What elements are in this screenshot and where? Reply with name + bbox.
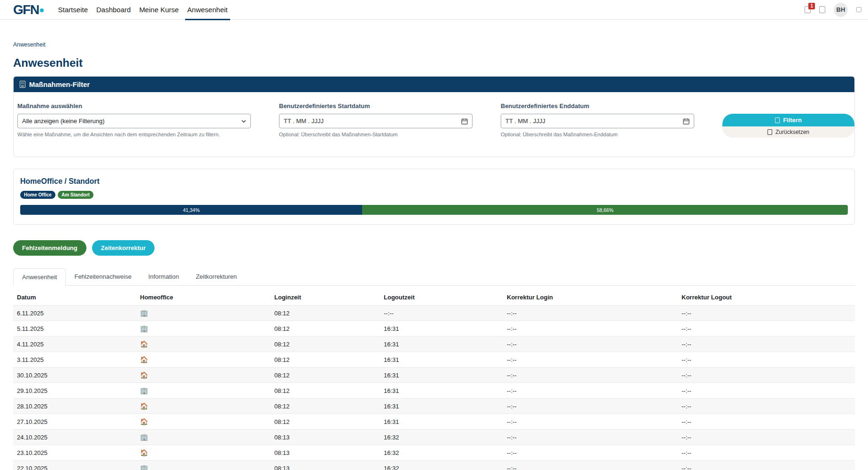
page-content: Anwesenheit Anwesenheit F0B0 Maßnahmen-F… [0, 41, 868, 470]
progress-home-percent: 41,34% [183, 207, 200, 213]
page-title: Anwesenheit [13, 56, 855, 70]
date-cell: 28.10.2025 [13, 399, 136, 414]
korrektur-logout-cell: --:-- [678, 306, 855, 321]
homeoffice-cell: 🏢 [136, 430, 271, 445]
column-header-loginzeit: Loginzeit [271, 290, 380, 306]
start-date-input[interactable] [279, 118, 461, 125]
notifications-button[interactable]: 1 [805, 6, 811, 13]
filter-card-body: Maßnahme auswählen Alle anzeigen (keine … [14, 92, 854, 157]
logoutzeit-cell: 16:31 [380, 368, 503, 383]
homeoffice-cell: 🏠 [136, 399, 271, 414]
measure-select[interactable]: Alle anzeigen (keine Filterung) [17, 114, 251, 128]
filter-buttons-group: Filtern Zurücksetzen [722, 114, 854, 138]
loginzeit-cell: 08:12 [271, 399, 380, 414]
office-building-icon: 🏢 [140, 387, 148, 394]
filter-icon: F0B0 [20, 81, 25, 88]
homeoffice-cell: 🏠 [136, 445, 271, 461]
homeoffice-cell: 🏠 [136, 352, 271, 368]
loginzeit-cell: 08:13 [271, 445, 380, 461]
tab-zeitkorrekturen[interactable]: Zeitkorrekturen [187, 268, 245, 286]
house-icon: 🏠 [140, 371, 148, 379]
korrektur-login-cell: --:-- [503, 399, 678, 414]
table-row: 5.11.2025🏢08:1216:31--:----:-- [13, 321, 855, 337]
column-header-korrektur-logout: Korrektur Logout [678, 290, 855, 306]
homeoffice-card-title: HomeOffice / Standort [20, 177, 848, 186]
end-date-help-text: Optional: Überschreibt das Maßnahmen-End… [501, 132, 694, 137]
korrektur-login-cell: --:-- [503, 461, 678, 470]
attendance-table: DatumHomeofficeLoginzeitLogoutzeitKorrek… [13, 290, 855, 470]
korrektur-logout-cell: --:-- [678, 461, 855, 470]
measure-field-group: Maßnahme auswählen Alle anzeigen (keine … [17, 102, 251, 138]
start-date-label: Benutzerdefiniertes Startdatum [279, 102, 473, 110]
homeoffice-cell: 🏢 [136, 461, 271, 470]
reset-button-label: Zurücksetzen [775, 129, 809, 135]
table-row: 23.10.2025🏠08:1316:32--:----:-- [13, 445, 855, 461]
nav-item-startseite[interactable]: Startseite [54, 0, 92, 20]
office-building-icon: 🏢 [140, 309, 148, 317]
tab-anwesenheit[interactable]: Anwesenheit [13, 268, 66, 286]
loginzeit-cell: 08:13 [271, 430, 380, 445]
measure-select-value: Alle anzeigen (keine Filterung) [22, 118, 105, 125]
gfn-logo[interactable]: GFN [13, 2, 44, 17]
nav-item-anwesenheit[interactable]: Anwesenheit [183, 0, 232, 20]
homeoffice-progress-bar: 41,34% 58,66% [20, 205, 848, 215]
main-nav: StartseiteDashboardMeine KurseAnwesenhei… [54, 0, 232, 20]
logoutzeit-cell: 16:31 [380, 321, 503, 337]
am-standort-badge: Am Standort [58, 191, 93, 199]
column-header-homeoffice: Homeoffice [136, 290, 271, 306]
progress-segment-standort: 58,66% [362, 205, 848, 215]
filter-card-header: F0B0 Maßnahmen-Filter [14, 77, 854, 92]
fehlzeitenmeldung-button[interactable]: Fehlzeitenmeldung [13, 240, 86, 256]
nav-item-meine-kurse[interactable]: Meine Kurse [135, 0, 183, 20]
homeoffice-cell: 🏠 [136, 414, 271, 430]
house-icon: 🏠 [140, 340, 148, 348]
zeitenkorrektur-button[interactable]: Zeitenkorrektur [92, 240, 155, 256]
korrektur-logout-cell: --:-- [678, 383, 855, 399]
start-date-field-group: Benutzerdefiniertes Startdatum Optional:… [279, 102, 473, 138]
gfn-logo-dot-icon [40, 8, 44, 12]
attendance-table-header: DatumHomeofficeLoginzeitLogoutzeitKorrek… [13, 290, 855, 306]
breadcrumb[interactable]: Anwesenheit [13, 41, 855, 48]
filter-card-title: Maßnahmen-Filter [29, 80, 90, 88]
korrektur-logout-cell: --:-- [678, 352, 855, 368]
avatar[interactable]: BH [834, 3, 848, 17]
help-icon [819, 6, 825, 13]
topbar-right: 1 BH [805, 3, 861, 17]
homeoffice-cell: 🏠 [136, 368, 271, 383]
end-date-input[interactable] [501, 118, 683, 125]
nav-item-dashboard[interactable]: Dashboard [92, 0, 135, 20]
table-row: 24.10.2025🏢08:1316:32--:----:-- [13, 430, 855, 445]
homeoffice-cell: 🏢 [136, 383, 271, 399]
tab-fehlzeitennachweise[interactable]: Fehlzeitennachweise [66, 268, 140, 286]
korrektur-login-cell: --:-- [503, 337, 678, 352]
profile-menu-toggle-icon[interactable] [856, 7, 861, 12]
logoutzeit-cell: 16:32 [380, 445, 503, 461]
help-button[interactable] [819, 6, 825, 13]
tab-information[interactable]: Information [140, 268, 187, 286]
table-row: 28.10.2025🏠08:1216:31--:----:-- [13, 399, 855, 414]
top-navigation-bar: GFN StartseiteDashboardMeine KurseAnwese… [0, 0, 868, 20]
korrektur-logout-cell: --:-- [678, 337, 855, 352]
reset-button[interactable]: Zurücksetzen [722, 126, 854, 138]
progress-segment-home: 41,34% [20, 205, 362, 215]
calendar-icon[interactable] [683, 118, 690, 125]
logoutzeit-cell: 16:32 [380, 430, 503, 445]
loginzeit-cell: 08:12 [271, 383, 380, 399]
korrektur-logout-cell: --:-- [678, 414, 855, 430]
house-icon: 🏠 [140, 402, 148, 410]
filter-button[interactable]: Filtern [722, 114, 854, 126]
action-buttons: Fehlzeitenmeldung Zeitenkorrektur [13, 240, 855, 256]
date-cell: 29.10.2025 [13, 383, 136, 399]
calendar-icon[interactable] [461, 118, 468, 125]
start-date-input-wrapper [279, 114, 473, 128]
table-row: 6.11.2025🏢08:12--:----:----:-- [13, 306, 855, 321]
korrektur-login-cell: --:-- [503, 414, 678, 430]
progress-standort-percent: 58,66% [597, 207, 613, 213]
filter-button-label: Filtern [783, 117, 802, 124]
tab-bar: AnwesenheitFehlzeitennachweiseInformatio… [13, 268, 855, 286]
table-row: 22.10.2025🏢08:1316:32--:----:-- [13, 461, 855, 470]
korrektur-login-cell: --:-- [503, 383, 678, 399]
table-row: 30.10.2025🏠08:1216:31--:----:-- [13, 368, 855, 383]
gfn-logo-text: GFN [13, 2, 39, 17]
korrektur-logout-cell: --:-- [678, 430, 855, 445]
